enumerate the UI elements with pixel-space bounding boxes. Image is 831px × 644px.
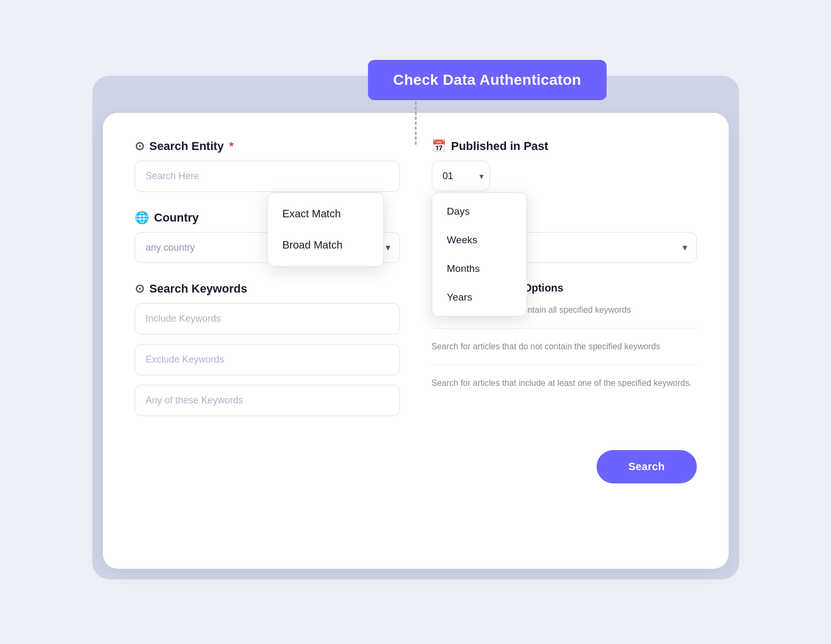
period-months[interactable]: Months <box>432 254 527 283</box>
keywords-section: ⊙ Search Keywords <box>135 282 400 426</box>
any-keywords-input[interactable] <box>135 385 400 416</box>
search-entity-section: ⊙ Search Entity * Exact Match Broad Matc… <box>135 139 400 192</box>
published-label: 📅 Published in Past <box>432 139 697 153</box>
form-grid: ⊙ Search Entity * Exact Match Broad Matc… <box>135 139 697 483</box>
search-button[interactable]: Search <box>597 450 697 483</box>
auth-banner: Check Data Authenticaton <box>368 60 607 100</box>
search-button-wrapper: Search <box>135 450 697 483</box>
search-entity-container: Exact Match Broad Match <box>135 161 400 192</box>
period-weeks[interactable]: Weeks <box>432 226 527 254</box>
published-number-select[interactable]: 01 02 03 07 30 <box>432 161 490 191</box>
auth-button[interactable]: Check Data Authenticaton <box>368 60 607 100</box>
period-dropdown: Days Weeks Months Years <box>432 192 527 316</box>
search-entity-icon: ⊙ <box>135 139 144 153</box>
calendar-icon: 📅 <box>432 139 446 153</box>
match-type-dropdown: Exact Match Broad Match <box>267 192 384 267</box>
globe-icon: 🌐 <box>135 211 149 225</box>
keywords-option-2: Search for articles that do not contain … <box>432 340 697 365</box>
keywords-label: ⊙ Search Keywords <box>135 282 400 296</box>
include-keywords-input[interactable] <box>135 303 400 334</box>
required-marker: * <box>229 139 234 153</box>
exact-match-option[interactable]: Exact Match <box>268 198 383 230</box>
published-number-wrap: 01 02 03 07 30 ▾ <box>432 161 490 191</box>
period-days[interactable]: Days <box>432 197 527 226</box>
keyword-search-icon: ⊙ <box>135 282 144 296</box>
search-entity-input[interactable] <box>135 161 400 192</box>
keywords-option-3: Search for articles that include at leas… <box>432 377 697 401</box>
broad-match-option[interactable]: Broad Match <box>268 230 383 261</box>
published-container: 01 02 03 07 30 ▾ Days Weeks <box>432 161 697 191</box>
search-entity-label: ⊙ Search Entity * <box>135 139 400 153</box>
exclude-keywords-input[interactable] <box>135 344 400 375</box>
published-section: 📅 Published in Past 01 02 03 07 30 <box>432 139 697 192</box>
period-years[interactable]: Years <box>432 283 527 312</box>
main-card: ⊙ Search Entity * Exact Match Broad Matc… <box>103 113 729 569</box>
published-row: 01 02 03 07 30 ▾ <box>432 161 697 191</box>
